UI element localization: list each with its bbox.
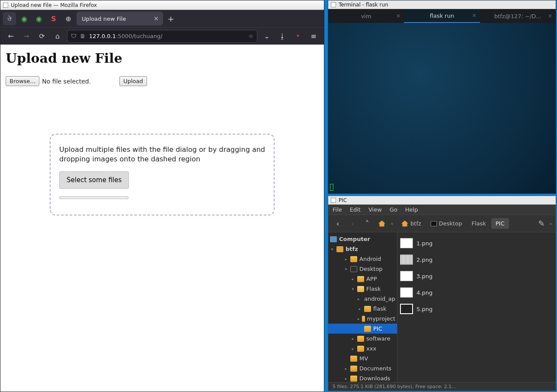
expand-icon[interactable]: ▸	[358, 317, 360, 321]
menu-edit[interactable]: Edit	[350, 206, 361, 213]
firefox-titlebar[interactable]: Upload new File — Mozilla Firefox	[0, 0, 324, 10]
tree-label: android_ap	[364, 296, 395, 302]
window-icon	[331, 2, 336, 7]
expand-icon[interactable]: ▾	[330, 247, 334, 251]
hamburger-menu[interactable]: ≡	[307, 30, 320, 42]
terminal-window: Terminal - flask run vim ✕ flask run ✕ b…	[328, 0, 556, 194]
tree-row[interactable]: Computer	[328, 234, 397, 244]
shield-icon[interactable]: 🛡	[71, 33, 77, 39]
file-row[interactable]: 3.png	[399, 268, 554, 284]
tree-row[interactable]: ▸Android	[328, 254, 397, 264]
url-path: :5000/tuchuang/	[116, 33, 163, 39]
launcher-icon-4[interactable]: S	[47, 12, 60, 25]
tree-row[interactable]: ▸flask	[328, 304, 397, 314]
tree-row[interactable]: ▸myproject	[328, 314, 397, 324]
breadcrumb-sep: ◂	[391, 221, 393, 226]
launcher-icon-5[interactable]: ⊕	[62, 12, 75, 25]
tree-row[interactable]: ▸APP	[328, 274, 397, 284]
site-info-icon[interactable]: 🗎	[80, 33, 86, 39]
url-host: 127.0.0.1	[89, 33, 116, 39]
expand-icon[interactable]: ▸	[344, 366, 348, 371]
expand-icon[interactable]: ▸	[344, 257, 348, 261]
nav-home-button[interactable]	[376, 218, 388, 230]
terminal-tab-flask[interactable]: flask run ✕	[404, 9, 480, 23]
tab-close-icon[interactable]: ✕	[472, 13, 477, 19]
browser-tab[interactable]: Upload new File ✕	[77, 12, 163, 26]
menu-help[interactable]: Help	[405, 206, 418, 213]
home-button[interactable]: ⌂	[51, 30, 64, 42]
file-thumbnail	[400, 304, 413, 314]
tree-row[interactable]: ▸software	[328, 334, 397, 344]
expand-icon[interactable]: ▸	[358, 307, 362, 311]
pocket-icon[interactable]: ⌄	[261, 30, 273, 42]
tree-row[interactable]: MV	[328, 353, 397, 363]
edit-path-button[interactable]: ✎	[535, 218, 547, 230]
file-name: 1.png	[416, 240, 432, 247]
tab-close-icon[interactable]: ✕	[154, 15, 159, 22]
breadcrumb-desktop[interactable]: Desktop	[426, 218, 467, 229]
bookmark-icon[interactable]: ☆	[248, 33, 253, 39]
expand-icon[interactable]: ▸	[344, 376, 348, 381]
forward-button[interactable]: →	[20, 30, 32, 42]
nav-back-button[interactable]: ‹	[332, 218, 344, 230]
new-tab-button[interactable]: +	[165, 13, 177, 25]
dropzone[interactable]: Upload multiple files with the file dial…	[50, 134, 275, 215]
expand-icon[interactable]: ▾	[351, 287, 355, 291]
breadcrumb-home[interactable]: btfz	[397, 218, 426, 229]
nav-forward-button[interactable]: ›	[346, 218, 359, 230]
terminal-tab-vim[interactable]: vim ✕	[328, 9, 404, 23]
extension-icon[interactable]: •	[292, 30, 304, 42]
back-button[interactable]: ←	[5, 30, 17, 42]
upload-button[interactable]: Upload	[119, 76, 147, 86]
file-row[interactable]: 5.png	[399, 301, 554, 317]
status-text: 5 files: 275.1 KiB (281,690 bytes), Free…	[333, 384, 456, 389]
firefox-chrome: ঔ ◉ ◉ S ⊕ Upload new File ✕ + ← → ⟳ ⌂ 🛡 …	[0, 10, 324, 45]
file-row[interactable]: 4.png	[399, 284, 554, 301]
launcher-icon-1[interactable]: ঔ	[3, 12, 16, 25]
launcher-icon-2[interactable]: ◉	[18, 12, 31, 25]
tree-row[interactable]: ▸Downloads	[328, 373, 397, 382]
expand-icon[interactable]: ▸	[351, 337, 355, 341]
menu-file[interactable]: File	[333, 206, 342, 213]
launcher-icon-3[interactable]: ◉	[32, 12, 45, 25]
breadcrumb-pic[interactable]: PIC	[491, 218, 509, 229]
terminal-tab-label: flask run	[430, 13, 454, 19]
tree-row[interactable]: ▸Documents	[328, 363, 397, 373]
nav-up-button[interactable]: ˄	[361, 218, 373, 230]
downloads-icon[interactable]: ⭳	[276, 30, 288, 42]
terminal-body[interactable]	[328, 23, 556, 193]
tab-close-icon[interactable]: ✕	[396, 13, 400, 19]
tab-title: Upload new File	[82, 16, 126, 22]
tree-row[interactable]: ▾btfz	[328, 244, 397, 254]
terminal-titlebar[interactable]: Terminal - flask run	[328, 0, 556, 9]
terminal-tab-ssh[interactable]: btfz@127: ~/D... ✕	[480, 9, 556, 23]
tree-row[interactable]: ▾Desktop	[328, 264, 397, 274]
tab-close-icon[interactable]: ✕	[548, 13, 552, 19]
file-row[interactable]: 2.png	[399, 251, 554, 268]
expand-icon[interactable]: ▸	[351, 347, 355, 351]
folder-icon	[357, 286, 364, 292]
folder-tree[interactable]: Computer▾btfz▸Android▾Desktop▸APP▾Flask▸…	[328, 232, 397, 382]
folder-icon	[357, 276, 364, 282]
menu-go[interactable]: Go	[390, 206, 397, 213]
expand-icon[interactable]: ▸	[358, 297, 360, 301]
tree-label: Desktop	[359, 266, 383, 272]
tree-row[interactable]: ▸xxx	[328, 344, 397, 353]
tree-row[interactable]: PIC	[328, 324, 397, 334]
breadcrumb-overflow[interactable]: ▸	[550, 221, 552, 226]
file-row[interactable]: 1.png	[399, 235, 554, 251]
browse-button[interactable]: Browse…	[6, 76, 39, 86]
tree-row[interactable]: ▸android_ap	[328, 294, 397, 304]
breadcrumb-flask[interactable]: Flask	[467, 218, 490, 229]
select-files-button[interactable]: Select some files	[59, 171, 129, 189]
file-manager-titlebar[interactable]: PIC	[328, 196, 556, 205]
expand-icon[interactable]: ▸	[351, 277, 355, 281]
tree-row[interactable]: ▾Flask	[328, 284, 397, 294]
expand-icon[interactable]: ▾	[344, 267, 348, 271]
folder-icon	[350, 266, 357, 272]
reload-button[interactable]: ⟳	[36, 30, 48, 42]
url-bar[interactable]: 🛡 🗎 127.0.0.1:5000/tuchuang/ ☆	[67, 30, 257, 43]
file-list[interactable]: 1.png2.png3.png4.png5.png	[397, 232, 556, 382]
folder-icon	[364, 326, 371, 332]
menu-view[interactable]: View	[368, 206, 382, 213]
